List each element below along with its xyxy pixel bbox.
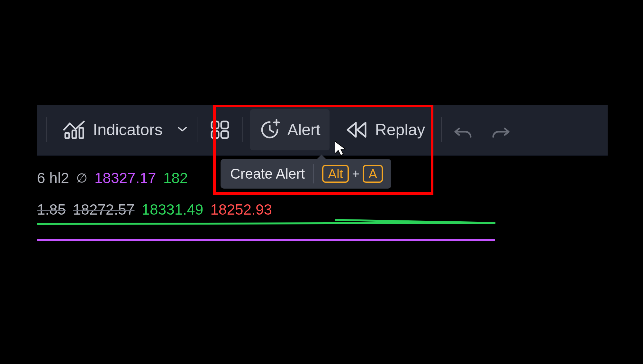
undo-icon bbox=[454, 123, 472, 136]
indicators-icon bbox=[63, 120, 86, 139]
indicator-value-red: 18252.93 bbox=[210, 201, 272, 218]
create-alert-tooltip: Create Alert Alt + A bbox=[221, 159, 391, 189]
indicators-button[interactable]: Indicators bbox=[54, 109, 172, 150]
indicators-dropdown-button[interactable] bbox=[175, 122, 190, 137]
undo-button[interactable] bbox=[449, 109, 477, 150]
redo-icon bbox=[492, 123, 510, 136]
shortcut-key-a: A bbox=[363, 165, 383, 183]
oslash-icon: ∅ bbox=[76, 171, 87, 185]
toolbar-separator bbox=[441, 117, 442, 142]
toolbar-separator bbox=[46, 117, 47, 142]
alert-label: Alert bbox=[287, 122, 321, 138]
shortcut-key-alt: Alt bbox=[322, 165, 349, 183]
indicator-value-green: 18331.49 bbox=[141, 201, 203, 218]
indicator-values-row-2: 1.85 18272.57 18331.49 18252.93 bbox=[37, 201, 272, 218]
indicator-line-green bbox=[37, 222, 495, 225]
chevron-down-icon bbox=[178, 126, 187, 133]
indicator-values-row-1: 6 hl2 ∅ 18327.17 182 bbox=[37, 169, 188, 187]
redo-button[interactable] bbox=[487, 109, 515, 150]
indicators-label: Indicators bbox=[93, 122, 163, 138]
svg-rect-5 bbox=[212, 131, 219, 138]
layouts-button[interactable] bbox=[204, 109, 235, 150]
alert-button[interactable]: Alert bbox=[250, 109, 330, 150]
svg-rect-0 bbox=[65, 133, 69, 138]
replay-rewind-icon bbox=[346, 121, 368, 139]
indicator-name: 6 hl2 bbox=[37, 169, 69, 187]
layouts-grid-icon bbox=[210, 120, 230, 139]
chart-toolbar: Indicators bbox=[37, 105, 608, 155]
svg-rect-6 bbox=[221, 131, 228, 138]
svg-marker-10 bbox=[357, 123, 366, 137]
svg-marker-9 bbox=[348, 123, 356, 137]
replay-button[interactable]: Replay bbox=[337, 109, 434, 150]
indicator-line-purple bbox=[37, 239, 495, 241]
indicator-value-1: 1.85 bbox=[37, 201, 66, 218]
indicator-value-2: 18272.57 bbox=[73, 201, 135, 218]
tooltip-label: Create Alert bbox=[230, 166, 305, 182]
alert-clock-icon bbox=[259, 119, 280, 140]
svg-rect-3 bbox=[212, 121, 219, 129]
tooltip-separator bbox=[313, 164, 314, 183]
toolbar-separator bbox=[242, 117, 243, 142]
svg-rect-4 bbox=[221, 121, 228, 129]
toolbar-separator bbox=[197, 117, 197, 142]
indicator-value-purple: 18327.17 bbox=[95, 169, 156, 187]
indicator-value-green-partial: 182 bbox=[163, 169, 188, 187]
chart-toolbar-panel: Indicators bbox=[37, 105, 608, 156]
shortcut-plus: + bbox=[349, 167, 363, 181]
svg-rect-1 bbox=[72, 130, 76, 138]
svg-rect-2 bbox=[79, 128, 83, 138]
replay-label: Replay bbox=[375, 122, 425, 138]
